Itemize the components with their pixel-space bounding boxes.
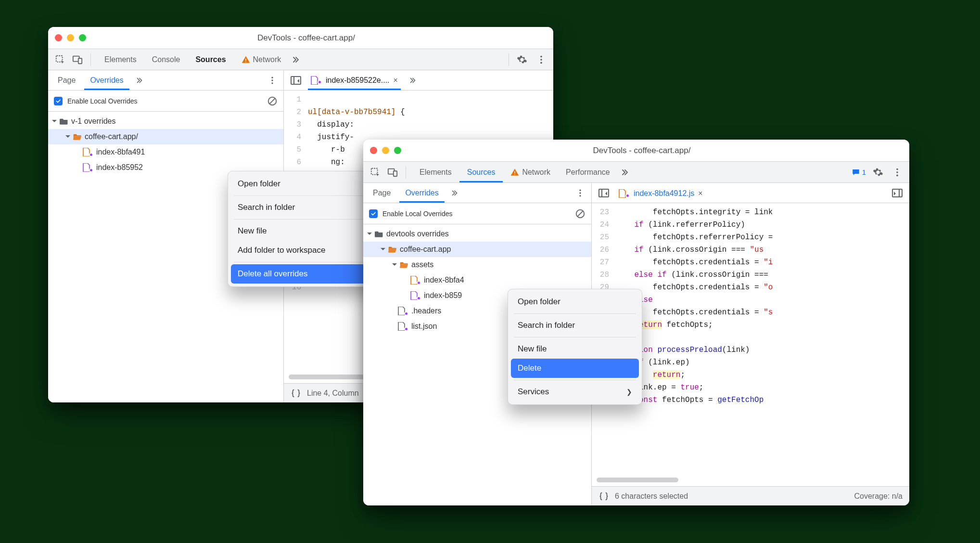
inspect-element-icon[interactable] [368,165,382,180]
titlebar: DevTools - coffee-cart.app/ [48,27,553,49]
ctx-services[interactable]: Services❯ [511,382,639,401]
folder-open-icon [400,261,408,268]
zoom-window-button[interactable] [394,147,401,154]
selection-status: 6 characters selected [615,492,688,501]
enable-overrides-label: Enable Local Overrides [382,210,453,218]
ctx-search-folder[interactable]: Search in folder [511,316,639,335]
main-tabbar: Elements Sources Network Performance 1 [363,162,909,183]
window-title: DevTools - coffee-cart.app/ [410,146,874,155]
settings-icon[interactable] [515,52,529,67]
tree-folder-assets[interactable]: assets [363,257,591,272]
tab-console[interactable]: Console [144,49,188,70]
more-menu-icon[interactable] [534,52,548,67]
toggle-debugger-icon[interactable] [890,186,904,200]
ctx-open-folder[interactable]: Open folder [231,174,385,194]
tree-folder-root[interactable]: devtools overrides [363,226,591,242]
enable-overrides-checkbox[interactable] [54,97,63,105]
main-tabbar: Elements Console Sources Network [48,49,553,70]
folder-icon [60,118,68,125]
device-toolbar-icon[interactable] [70,52,85,67]
side-tab-page[interactable]: Page [52,70,81,90]
clear-overrides-icon[interactable] [575,208,585,219]
format-braces-icon[interactable] [291,388,301,399]
folder-open-icon [73,133,82,140]
file-icon [311,76,318,85]
ctx-delete-all-overrides[interactable]: Delete all overrides [231,264,385,284]
tree-file[interactable]: index-8bfa491 [48,144,283,160]
ctx-add-folder-workspace[interactable]: Add folder to workspace [231,241,385,260]
disclosure-triangle-icon[interactable] [367,233,372,237]
override-dot-icon [625,194,630,198]
navigator-tabs: Page Overrides [48,70,283,90]
navigator-tabs: Page Overrides [363,183,591,203]
side-tab-page[interactable]: Page [367,183,396,203]
side-tab-overrides[interactable]: Overrides [399,183,444,203]
side-more-icon[interactable] [265,73,280,88]
tree-folder-site[interactable]: coffee-cart.app [363,242,591,257]
ctx-new-file[interactable]: New file [511,339,639,359]
editor-tabs: index-b859522e.... × [284,70,553,90]
close-tab-icon[interactable]: × [698,189,702,198]
settings-icon[interactable] [871,165,885,180]
override-dot-icon [89,168,93,172]
close-window-button[interactable] [370,147,377,154]
folder-open-icon [388,246,397,253]
close-tab-icon[interactable]: × [394,76,398,85]
tab-network[interactable]: Network [234,49,289,70]
device-toolbar-icon[interactable] [385,165,400,180]
more-side-tabs-icon[interactable] [447,186,462,200]
disclosure-triangle-icon[interactable] [381,248,385,253]
disclosure-triangle-icon[interactable] [52,120,57,125]
horizontal-scrollbar[interactable] [597,478,904,483]
more-side-tabs-icon[interactable] [132,73,147,88]
warning-icon [242,55,250,64]
issues-badge[interactable]: 1 [852,168,866,177]
close-window-button[interactable] [55,34,62,41]
override-dot-icon [417,296,421,300]
editor-tab[interactable]: index-8bfa4912.js × [616,183,706,203]
more-tabs-icon[interactable] [289,52,303,67]
tab-sources[interactable]: Sources [459,162,503,182]
toggle-navigator-icon[interactable] [597,186,611,200]
warning-icon [510,168,519,177]
enable-overrides-label: Enable Local Overrides [67,97,138,105]
ctx-new-file[interactable]: New file [231,221,385,241]
editor-tab[interactable]: index-b859522e.... × [308,70,401,90]
panel-tabs: Elements Console Sources Network [97,49,303,70]
panel-tabs: Elements Sources Network Performance [412,162,632,182]
tab-performance[interactable]: Performance [558,162,618,182]
tab-elements[interactable]: Elements [97,49,144,70]
side-more-icon[interactable] [573,186,587,200]
toggle-navigator-icon[interactable] [289,73,303,88]
disclosure-triangle-icon[interactable] [65,135,70,140]
override-dot-icon [417,281,421,285]
tree-file[interactable]: index-8bfa4 [363,272,591,288]
more-editor-tabs-icon[interactable] [406,73,420,88]
clear-overrides-icon[interactable] [267,96,278,106]
code-content[interactable]: fetchOpts.integrity = link if (link.refe… [613,203,909,476]
titlebar: DevTools - coffee-cart.app/ [363,140,909,162]
traffic-lights [55,34,86,41]
zoom-window-button[interactable] [79,34,86,41]
override-dot-icon [318,80,322,84]
ctx-search-folder[interactable]: Search in folder [231,198,385,217]
disclosure-triangle-icon[interactable] [392,263,397,268]
minimize-window-button[interactable] [382,147,389,154]
cursor-status: Line 4, Column [307,389,359,398]
tree-folder-root[interactable]: v-1 overrides [48,114,283,129]
coverage-status: Coverage: n/a [854,492,903,501]
side-tab-overrides[interactable]: Overrides [84,70,129,90]
tab-network[interactable]: Network [503,162,558,182]
more-tabs-icon[interactable] [618,165,632,180]
enable-overrides-checkbox[interactable] [369,209,378,218]
inspect-element-icon[interactable] [53,52,67,67]
minimize-window-button[interactable] [67,34,74,41]
ctx-open-folder[interactable]: Open folder [511,292,639,311]
tab-sources[interactable]: Sources [188,49,233,70]
enable-overrides-row: Enable Local Overrides [48,90,283,112]
more-menu-icon[interactable] [890,165,904,180]
ctx-delete[interactable]: Delete [511,359,639,378]
tab-elements[interactable]: Elements [412,162,459,182]
format-braces-icon[interactable] [598,491,609,502]
tree-folder-site[interactable]: coffee-cart.app/ [48,129,283,144]
